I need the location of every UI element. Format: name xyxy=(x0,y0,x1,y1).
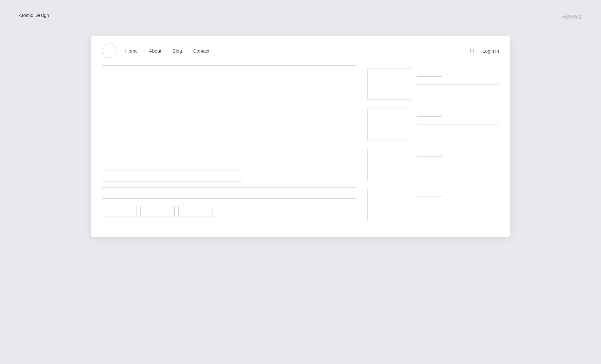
sidebar-item-2 xyxy=(367,105,499,146)
sidebar-thumb-4 xyxy=(367,189,411,220)
text-bar-short xyxy=(102,171,242,182)
sidebar-title-bar-3 xyxy=(417,150,442,157)
sidebar-thumb-3 xyxy=(367,149,411,180)
sidebar-desc-bar-2 xyxy=(417,120,499,125)
nav-contact[interactable]: Contact xyxy=(193,48,209,54)
page-wrapper: Atomic Design @清秋印迹 Home About Blog Cont… xyxy=(0,0,601,249)
main-image-placeholder xyxy=(102,65,356,165)
button-placeholder-2[interactable] xyxy=(140,206,175,217)
title-underline xyxy=(19,20,28,20)
left-column xyxy=(102,65,356,226)
sidebar-thumb-2 xyxy=(367,109,411,140)
nav-links: Home About Blog Contact xyxy=(125,48,469,54)
sidebar-thumb-1 xyxy=(367,69,411,100)
sidebar-text-2 xyxy=(417,109,499,125)
sidebar-desc-bar-4 xyxy=(417,200,499,205)
button-placeholder-1[interactable] xyxy=(102,206,136,217)
nav-blog[interactable]: Blog xyxy=(172,48,182,54)
sidebar-title-bar-2 xyxy=(417,110,442,117)
nav-home[interactable]: Home xyxy=(125,48,138,54)
right-column xyxy=(367,65,499,226)
navbar: Home About Blog Contact Login in xyxy=(91,36,510,65)
nav-about[interactable]: About xyxy=(149,48,161,54)
top-bar: Atomic Design @清秋印迹 xyxy=(19,13,582,20)
sidebar-item-1 xyxy=(367,65,499,105)
sidebar-desc-bar-1 xyxy=(417,80,499,85)
sidebar-item-3 xyxy=(367,146,499,186)
main-card: Home About Blog Contact Login in xyxy=(91,36,510,237)
sidebar-title-bar-4 xyxy=(417,190,442,197)
sidebar-item-4 xyxy=(367,186,499,226)
search-icon[interactable] xyxy=(469,48,475,54)
button-placeholder-3[interactable] xyxy=(178,206,213,217)
sidebar-text-3 xyxy=(417,149,499,165)
content-area xyxy=(91,65,510,237)
logo-circle xyxy=(102,44,116,58)
sidebar-text-4 xyxy=(417,189,499,205)
login-button[interactable]: Login in xyxy=(482,48,499,54)
text-bar-long xyxy=(102,187,356,199)
sidebar-desc-bar-3 xyxy=(417,160,499,165)
sidebar-title-bar-1 xyxy=(417,70,442,77)
app-title: Atomic Design xyxy=(19,13,49,18)
top-bar-left: Atomic Design xyxy=(19,13,49,20)
button-group xyxy=(102,206,356,217)
watermark: @清秋印迹 xyxy=(562,14,582,20)
sidebar-text-1 xyxy=(417,69,499,85)
nav-right: Login in xyxy=(469,48,499,54)
svg-line-1 xyxy=(473,52,475,53)
